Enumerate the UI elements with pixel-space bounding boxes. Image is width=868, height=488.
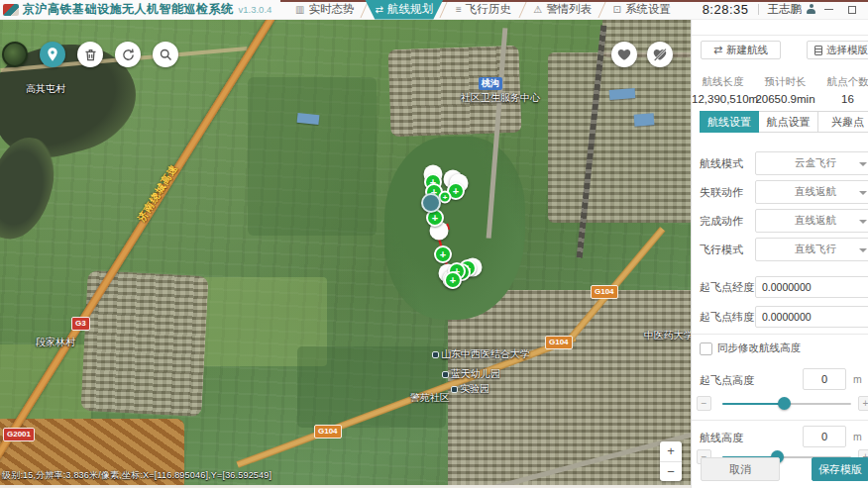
unit-label: m (853, 431, 862, 442)
map-label: G104 (314, 425, 342, 439)
form-row-lost-action: 失联动作 直线返航 (692, 180, 868, 204)
route-mode-select[interactable]: 云盒飞行 (755, 151, 868, 175)
new-route-label: 新建航线 (726, 44, 768, 57)
maximize-icon (848, 6, 856, 14)
map-label: G104 (591, 285, 618, 299)
tab-label: 实时态势 (309, 2, 355, 17)
route-icon: ⇄ (376, 5, 383, 15)
tab-label: 航线规划 (387, 2, 433, 17)
search-icon (159, 48, 173, 62)
field-label: 起飞点纬度 (700, 310, 754, 325)
favorite-button[interactable] (611, 42, 637, 67)
waypoint-marker-green[interactable] (444, 271, 462, 289)
new-route-button[interactable]: ⇄ 新建航线 (701, 41, 781, 59)
tab-realtime[interactable]: ▥ 实时态势 (285, 0, 364, 20)
map-overlays: 高其屯村桃沟社区卫生服务中心济南绕城高速G3G2001G104G104G104段… (0, 20, 691, 485)
unfavorite-button[interactable] (647, 42, 673, 67)
satellite-map[interactable]: 高其屯村桃沟社区卫生服务中心济南绕城高速G3G2001G104G104G104段… (0, 20, 691, 485)
chevron-down-icon (859, 191, 867, 195)
field-label: 起飞点经度 (700, 280, 754, 295)
selected-value: 直线飞行 (795, 243, 836, 256)
waypoint-marker-teal[interactable] (421, 193, 441, 213)
takeoff-longitude-input[interactable] (755, 276, 868, 298)
app-version: v1.3.0.4 (239, 4, 272, 15)
takeoff-altitude-slider[interactable] (722, 396, 851, 411)
map-label: G3 (71, 317, 90, 331)
search-button[interactable] (153, 42, 178, 67)
tab-points-of-interest[interactable]: 兴趣点 (818, 111, 868, 133)
app-logo-icon (3, 4, 19, 16)
map-label: 蓝天幼儿园 (442, 367, 500, 381)
field-label: 起飞点高度 (700, 373, 754, 388)
field-label: 航线高度 (700, 431, 743, 445)
map-label: 实验园 (451, 382, 489, 396)
slider-thumb[interactable] (778, 397, 791, 410)
zoom-out-button[interactable]: − (660, 462, 682, 482)
maximize-button[interactable] (840, 0, 864, 20)
stat-value: 16 (816, 93, 868, 105)
stat-route-length: 航线长度 12,390,510m (692, 75, 754, 105)
zoom-in-button[interactable]: + (660, 441, 682, 462)
select-template-label: 选择模版 (826, 44, 868, 57)
waypoint-marker-green[interactable] (434, 245, 452, 263)
route-stats: 航线长度 12,390,510m 预计时长 20650.9min 航点个数 16 (692, 75, 868, 105)
panel-divider (692, 334, 868, 335)
minimize-button[interactable] (816, 0, 840, 20)
stat-waypoint-count: 航点个数 16 (816, 75, 868, 105)
takeoff-altitude-increase-button[interactable]: + (858, 396, 868, 411)
map-label: G104 (545, 336, 573, 349)
panel-divider (692, 35, 868, 36)
chevron-down-icon (859, 162, 867, 166)
field-label: 失联动作 (700, 185, 743, 200)
form-row-takeoff-latitude: 起飞点纬度 (692, 305, 868, 329)
chevron-down-icon (859, 220, 867, 224)
takeoff-latitude-input[interactable] (755, 306, 868, 328)
tab-route-planning[interactable]: ⇄ 航线规划 (365, 0, 443, 20)
route-altitude-input[interactable] (803, 426, 846, 447)
minimize-icon (824, 9, 833, 10)
alert-icon: ⚠ (533, 5, 542, 15)
pin-icon (45, 47, 60, 62)
stat-label: 航点个数 (816, 75, 868, 89)
tab-waypoint-settings[interactable]: 航点设置 (759, 111, 818, 133)
trash-icon (83, 48, 98, 62)
unit-label: m (853, 373, 862, 385)
tab-flight-history[interactable]: ≡ 飞行历史 (444, 0, 522, 20)
map-label: 山东中西医结合大学 (432, 347, 530, 361)
cancel-button[interactable]: 取消 (701, 457, 780, 481)
route-icon: ⇄ (713, 45, 722, 55)
takeoff-altitude-input[interactable] (803, 368, 846, 390)
heart-off-icon (652, 47, 668, 62)
history-icon: ≡ (456, 5, 462, 15)
sync-altitude-label: 同步修改航线高度 (717, 342, 801, 355)
lost-action-select[interactable]: 直线返航 (755, 180, 868, 204)
finish-action-select[interactable]: 直线返航 (755, 209, 868, 233)
selected-value: 云盒飞行 (795, 156, 836, 170)
locate-pin-button[interactable] (40, 42, 65, 67)
stat-value: 20650.9min (754, 93, 816, 105)
tab-system-settings[interactable]: ⊡ 系统设置 (602, 0, 681, 20)
delete-waypoint-button[interactable] (77, 42, 103, 67)
flight-mode-select[interactable]: 直线飞行 (755, 238, 868, 261)
field-label: 完成动作 (700, 214, 743, 229)
select-template-button[interactable]: 选择模版 (807, 41, 868, 59)
clock: 8:28:35 (703, 2, 749, 17)
refresh-button[interactable] (115, 42, 141, 67)
tab-route-settings[interactable]: 航线设置 (700, 111, 759, 133)
map-label: 段家林村 (36, 336, 75, 349)
poi-icon (442, 371, 449, 378)
tab-alert-list[interactable]: ⚠ 警情列表 (523, 0, 601, 20)
layer-preview-button[interactable] (2, 42, 28, 67)
monitor-icon: ⊡ (613, 5, 621, 15)
form-row-finish-action: 完成动作 直线返航 (692, 209, 868, 233)
form-row-takeoff-altitude: 起飞点高度 m (692, 368, 868, 392)
sync-altitude-checkbox[interactable] (700, 342, 712, 355)
user-menu[interactable]: 王志鹏 (768, 2, 817, 17)
favorite-controls (611, 42, 673, 67)
map-label: 济南绕城高速 (135, 161, 181, 224)
save-template-button[interactable]: 保存模版 (812, 457, 868, 481)
selected-value: 直线返航 (795, 214, 836, 228)
map-label: 桃沟 (479, 77, 502, 90)
form-row-takeoff-longitude: 起飞点经度 (692, 275, 868, 299)
takeoff-altitude-decrease-button[interactable]: − (697, 396, 711, 411)
